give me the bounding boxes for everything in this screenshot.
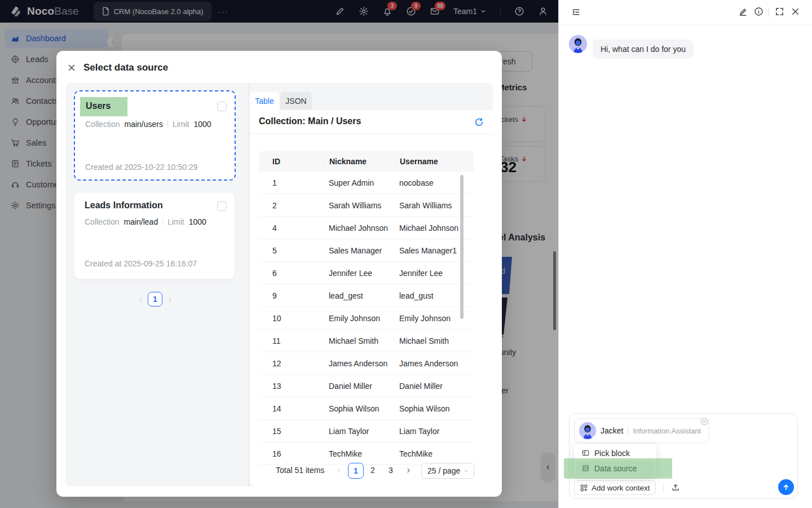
chat-header-divider xyxy=(559,25,812,25)
users-table: ID Nickname Username 1Super Adminnocobas… xyxy=(259,151,474,465)
card-checkbox[interactable] xyxy=(217,102,227,111)
grid-plus-icon xyxy=(580,484,588,492)
table-row: 11Michael SmithMichael Smith xyxy=(259,330,474,352)
limit-label: Limit xyxy=(173,120,189,129)
column-divider xyxy=(249,83,249,487)
next-page-button[interactable] xyxy=(401,463,416,478)
page-2-button[interactable]: 2 xyxy=(370,466,375,475)
toolbar-divider xyxy=(663,483,664,492)
table-row: 2Sarah WilliamsSarah Williams xyxy=(259,194,474,217)
assistant-message: Hi, what can I do for you xyxy=(593,40,694,59)
edit-icon[interactable] xyxy=(738,7,748,16)
meta-divider xyxy=(162,218,163,226)
table-row: 5Sales ManagerSales Manager1 xyxy=(259,239,474,262)
data-source-card-leads[interactable]: Leads Information Collection main/lead L… xyxy=(74,192,235,279)
menu-item-label: Pick block xyxy=(594,449,630,458)
page-3-button[interactable]: 3 xyxy=(389,466,393,475)
page-1-button[interactable]: 1 xyxy=(348,463,364,479)
created-at: Created at 2025-09-25 16:16:07 xyxy=(85,259,197,268)
agent-avatar xyxy=(579,422,596,439)
table-pagination: Total 51 items 1 2 3 25 / page xyxy=(250,463,493,479)
prev-page-button[interactable] xyxy=(331,463,346,478)
created-at: Created at 2025-10-22 10:50:29 xyxy=(85,163,197,172)
screen: NocoBase CRM (NocoBase 2.0 alpha) ··· 3 … xyxy=(0,0,812,508)
expand-icon[interactable] xyxy=(775,7,784,16)
card-checkbox[interactable] xyxy=(217,202,227,211)
add-work-context-button[interactable]: Add work context xyxy=(574,480,656,495)
modal-close-icon[interactable] xyxy=(67,63,76,72)
cards-page-1[interactable]: 1 xyxy=(148,292,162,306)
assistant-avatar xyxy=(569,35,587,53)
info-icon[interactable] xyxy=(754,7,764,16)
column-header-nickname: Nickname xyxy=(324,156,395,167)
panel-toggle-icon[interactable] xyxy=(571,7,581,17)
ai-assistant-panel: Hi, what can I do for you Jacket Informa… xyxy=(558,0,812,508)
table-row: 12James AndersonJames Anderson xyxy=(259,352,474,375)
collection-label: Collection xyxy=(85,217,119,226)
chevron-down-icon xyxy=(463,468,469,474)
card-title: Leads Information xyxy=(85,200,163,211)
table-row: 15Liam TaylorLiam Taylor xyxy=(259,420,474,443)
page-size-value: 25 / page xyxy=(427,466,460,475)
card-title-highlighted: Users xyxy=(80,97,127,116)
panel-title: Collection: Main / Users xyxy=(259,116,361,126)
column-header-username: Username xyxy=(395,156,474,167)
add-context-label: Add work context xyxy=(592,484,650,492)
cards-prev-page-button[interactable] xyxy=(133,292,148,306)
agent-role: Information Assistant xyxy=(633,427,701,435)
header-divider xyxy=(769,8,769,17)
table-scrollbar[interactable] xyxy=(460,175,464,319)
modal-title: Select data source xyxy=(83,62,168,73)
refresh-icon[interactable] xyxy=(474,117,484,127)
tab-json[interactable]: JSON xyxy=(280,92,312,110)
cards-next-page-button[interactable] xyxy=(162,292,177,306)
table-row: 13Daniel MillerDaniel Miller xyxy=(259,375,474,397)
table-row: 10Emily JohnsonEmily Johnson xyxy=(259,307,474,330)
send-button[interactable] xyxy=(778,479,794,495)
block-icon xyxy=(581,449,590,457)
limit-label: Limit xyxy=(167,217,184,226)
limit-value: 1000 xyxy=(194,120,211,129)
column-header-id: ID xyxy=(259,157,324,166)
limit-value: 1000 xyxy=(189,217,206,226)
table-row: 16TechMikeTechMike xyxy=(259,443,474,465)
upload-icon[interactable] xyxy=(671,483,680,492)
chip-divider xyxy=(628,427,628,435)
table-header-row: ID Nickname Username xyxy=(259,151,474,172)
chat-input-card[interactable]: Jacket Information Assistant Pick block … xyxy=(569,413,798,499)
agent-context-chip[interactable]: Jacket Information Assistant xyxy=(574,418,709,443)
table-panel: Collection: Main / Users ID Nickname Use… xyxy=(250,110,493,487)
panel-divider xyxy=(250,134,493,134)
arrow-up-icon xyxy=(782,483,791,492)
tab-table[interactable]: Table xyxy=(250,92,279,110)
table-row: 14Sophia WilsonSophia Wilson xyxy=(259,397,474,420)
meta-divider xyxy=(167,120,168,128)
data-source-card-users[interactable]: Users Collection main/users Limit 1000 C… xyxy=(74,90,236,181)
collection-value: main/users xyxy=(124,120,162,129)
agent-name: Jacket xyxy=(601,426,623,435)
table-row: 9lead_gestlead_gust xyxy=(259,284,474,307)
collection-value: main/lead xyxy=(123,217,158,226)
table-row: 1Super Adminnocobase xyxy=(259,172,474,194)
data-source-highlight xyxy=(564,458,672,479)
total-items-label: Total 51 items xyxy=(276,466,324,475)
collection-label: Collection xyxy=(85,120,120,129)
cards-list-divider xyxy=(74,282,234,283)
select-data-source-modal: Select data source Users Collection main… xyxy=(56,51,502,497)
table-row: 6Jennifer LeeJennifer Lee xyxy=(259,262,474,284)
modal-body: Users Collection main/users Limit 1000 C… xyxy=(65,83,493,487)
close-icon[interactable] xyxy=(791,7,800,16)
page-size-select[interactable]: 25 / page xyxy=(421,463,474,479)
remove-agent-icon[interactable] xyxy=(700,418,708,426)
table-row: 4Michael JohnsonMichael Johnson xyxy=(259,217,474,239)
